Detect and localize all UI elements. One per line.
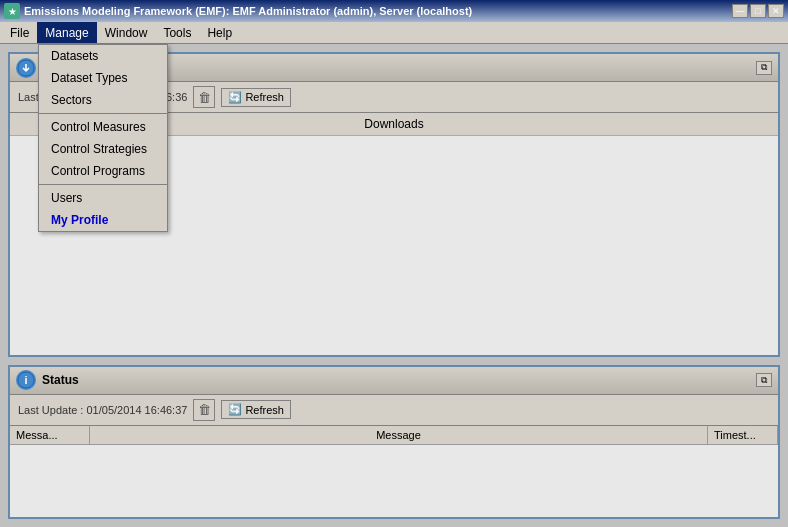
maximize-button[interactable]: □ [750,4,766,18]
menu-bar: File Manage Window Tools Help Datasets D… [0,22,788,44]
dropdown-users[interactable]: Users [39,187,167,209]
status-restore-button[interactable]: ⧉ [756,373,772,387]
downloads-refresh-label: Refresh [245,91,284,103]
dropdown-control-programs[interactable]: Control Programs [39,160,167,182]
dropdown-control-measures[interactable]: Control Measures [39,116,167,138]
status-toolbar: Last Update : 01/05/2014 16:46:37 🗑 🔄 Re… [10,395,778,426]
downloads-delete-button[interactable]: 🗑 [193,86,215,108]
title-bar-text: Emissions Modeling Framework (EMF): EMF … [24,5,472,17]
downloads-panel-icon [16,58,36,78]
menu-tools[interactable]: Tools [155,22,199,43]
status-col-timest: Timest... [708,426,778,444]
app-icon: ★ [4,3,20,19]
downloads-refresh-button[interactable]: 🔄 Refresh [221,88,291,107]
separator-2 [39,184,167,185]
title-bar-controls: — □ ✕ [732,4,784,18]
status-refresh-label: Refresh [245,404,284,416]
refresh-icon: 🔄 [228,91,242,104]
close-button[interactable]: ✕ [768,4,784,18]
title-bar: ★ Emissions Modeling Framework (EMF): EM… [0,0,788,22]
status-refresh-icon: 🔄 [228,403,242,416]
dropdown-dataset-types[interactable]: Dataset Types [39,67,167,89]
dropdown-my-profile[interactable]: My Profile [39,209,167,231]
status-table-header: Messa... Message Timest... [10,426,778,445]
downloads-restore-button[interactable]: ⧉ [756,61,772,75]
svg-text:i: i [24,374,27,386]
menu-file[interactable]: File [2,22,37,43]
status-panel-icon: i [16,370,36,390]
status-delete-button[interactable]: 🗑 [193,399,215,421]
status-panel-header: i Status ⧉ [10,367,778,395]
minimize-button[interactable]: — [732,4,748,18]
status-refresh-button[interactable]: 🔄 Refresh [221,400,291,419]
status-col-message: Message [90,426,708,444]
status-panel: i Status ⧉ Last Update : 01/05/2014 16:4… [8,365,780,519]
status-content: Messa... Message Timest... [10,426,778,517]
separator-1 [39,113,167,114]
dropdown-sectors[interactable]: Sectors [39,89,167,111]
status-col-messa: Messa... [10,426,90,444]
status-table: Messa... Message Timest... [10,426,778,517]
status-last-update: Last Update : 01/05/2014 16:46:37 [18,404,187,416]
menu-window[interactable]: Window [97,22,156,43]
dropdown-datasets[interactable]: Datasets [39,45,167,67]
menu-manage[interactable]: Manage [37,22,96,43]
manage-dropdown: Datasets Dataset Types Sectors Control M… [38,44,168,232]
menu-help[interactable]: Help [199,22,240,43]
status-panel-title: Status [42,373,79,387]
dropdown-control-strategies[interactable]: Control Strategies [39,138,167,160]
